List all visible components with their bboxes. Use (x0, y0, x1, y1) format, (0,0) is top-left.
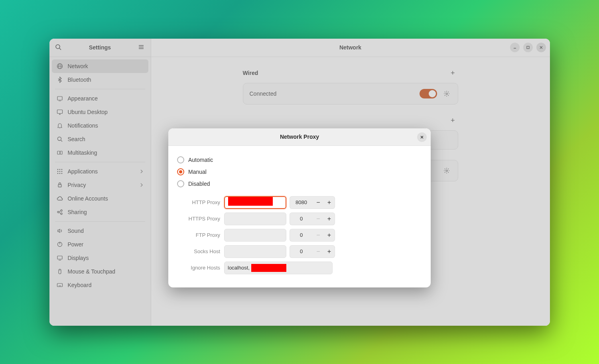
svg-rect-27 (58, 185, 61, 187)
sidebar-item-sound[interactable]: Sound (52, 224, 148, 238)
sidebar-item-label: Notifications (68, 122, 98, 129)
svg-rect-8 (57, 96, 62, 100)
socks-port-input[interactable] (290, 245, 313, 258)
sidebar-item-online-accounts[interactable]: Online Accounts (52, 192, 148, 205)
wired-status: Connected (250, 91, 415, 97)
sidebar-item-keyboard[interactable]: Keyboard (52, 278, 148, 292)
multitask-icon (57, 150, 63, 156)
radio-manual[interactable]: Manual (177, 166, 422, 178)
https-proxy-label: HTTPS Proxy (177, 216, 221, 222)
svg-rect-47 (527, 46, 529, 49)
sidebar-item-label: Applications (68, 168, 98, 175)
sidebar-item-network[interactable]: Network (52, 59, 148, 73)
proxy-settings-button[interactable] (442, 166, 451, 175)
svg-point-51 (446, 170, 447, 171)
svg-line-32 (59, 212, 61, 213)
socks-host-input[interactable] (224, 245, 286, 258)
sidebar-item-label: Multitasking (68, 150, 97, 156)
radio-automatic[interactable]: Automatic (177, 154, 422, 166)
wired-heading: Wired (243, 70, 258, 76)
svg-point-19 (59, 169, 60, 170)
close-button[interactable] (536, 43, 546, 52)
https-port-input[interactable] (290, 212, 313, 225)
http-proxy-label: HTTP Proxy (177, 199, 221, 205)
sidebar-item-bluetooth[interactable]: Bluetooth (52, 73, 148, 87)
globe-icon (57, 63, 63, 69)
minimize-button[interactable] (510, 43, 520, 52)
sidebar-item-label: Keyboard (68, 282, 92, 288)
sidebar-item-displays[interactable]: Displays (52, 251, 148, 265)
socks-port-decrement[interactable]: − (313, 245, 324, 258)
radio-icon (177, 156, 184, 163)
ftp-proxy-label: FTP Proxy (177, 232, 221, 238)
ignore-hosts-input[interactable]: localhost, (224, 262, 333, 274)
svg-rect-10 (57, 110, 62, 113)
http-proxy-input[interactable] (224, 196, 286, 209)
http-port-decrement[interactable]: − (313, 196, 324, 209)
sidebar-item-ubuntu-desktop[interactable]: Ubuntu Desktop (52, 105, 148, 119)
sidebar-item-multitasking[interactable]: Multitasking (52, 146, 148, 159)
apps-icon (57, 168, 63, 175)
network-proxy-dialog: Network Proxy Automatic Manual Disabled (168, 128, 431, 287)
svg-line-15 (61, 140, 62, 142)
svg-line-1 (59, 48, 61, 50)
window-controls (510, 43, 546, 52)
svg-rect-17 (60, 151, 62, 154)
sidebar-item-privacy[interactable]: Privacy (52, 178, 148, 192)
socks-host-label: Socks Host (177, 248, 221, 254)
svg-point-30 (61, 213, 62, 214)
http-port-increment[interactable]: + (324, 196, 335, 209)
svg-point-18 (57, 169, 58, 170)
ftp-port-increment[interactable]: + (324, 229, 335, 242)
sidebar-separator (55, 221, 145, 222)
sidebar-item-label: Search (68, 136, 85, 142)
sidebar-title: Settings (62, 44, 138, 51)
sidebar-item-appearance[interactable]: Appearance (52, 92, 148, 105)
https-port-increment[interactable]: + (324, 212, 335, 225)
sidebar-item-mouse-touchpad[interactable]: Mouse & Touchpad (52, 265, 148, 278)
search-icon (57, 136, 63, 142)
share-icon (57, 209, 63, 215)
dialog-title: Network Proxy (280, 134, 319, 140)
https-proxy-input[interactable] (224, 212, 286, 225)
ftp-proxy-input[interactable] (224, 229, 286, 242)
radio-label: Manual (188, 169, 207, 175)
display-icon (57, 255, 63, 261)
socks-port-increment[interactable]: + (324, 245, 335, 258)
radio-disabled[interactable]: Disabled (177, 178, 422, 190)
sidebar-item-applications[interactable]: Applications (52, 165, 148, 178)
http-port-input[interactable] (290, 196, 313, 209)
bell-icon (57, 122, 63, 129)
add-vpn-button[interactable]: + (447, 115, 458, 126)
desktop-icon (57, 109, 63, 115)
sidebar-item-search[interactable]: Search (52, 132, 148, 146)
add-wired-button[interactable]: + (447, 67, 458, 79)
keyboard-icon (57, 282, 63, 288)
sidebar-item-sharing[interactable]: Sharing (52, 205, 148, 219)
ftp-port-decrement[interactable]: − (313, 229, 324, 242)
svg-point-24 (57, 173, 58, 174)
mouse-icon (57, 268, 63, 275)
svg-point-26 (61, 173, 62, 174)
maximize-button[interactable] (523, 43, 533, 52)
svg-point-21 (57, 171, 58, 172)
wired-settings-button[interactable] (442, 89, 451, 98)
dialog-close-button[interactable] (417, 132, 427, 142)
lock-icon (57, 182, 63, 188)
wired-switch[interactable] (420, 89, 437, 98)
sidebar-item-power[interactable]: Power (52, 238, 148, 251)
sidebar-item-label: Power (68, 241, 84, 248)
appearance-icon (57, 95, 63, 102)
https-port-decrement[interactable]: − (313, 212, 324, 225)
ftp-port-input[interactable] (290, 229, 313, 242)
hamburger-icon[interactable] (138, 44, 145, 51)
svg-rect-35 (57, 256, 62, 259)
settings-window: Settings NetworkBluetoothAppearanceUbunt… (49, 39, 550, 326)
sidebar-list: NetworkBluetoothAppearanceUbuntu Desktop… (49, 57, 151, 326)
svg-point-20 (61, 169, 62, 170)
sidebar-separator (55, 162, 145, 162)
svg-point-23 (61, 171, 62, 172)
search-icon[interactable] (55, 44, 62, 51)
sidebar-item-notifications[interactable]: Notifications (52, 119, 148, 132)
sidebar-item-label: Network (68, 63, 88, 69)
